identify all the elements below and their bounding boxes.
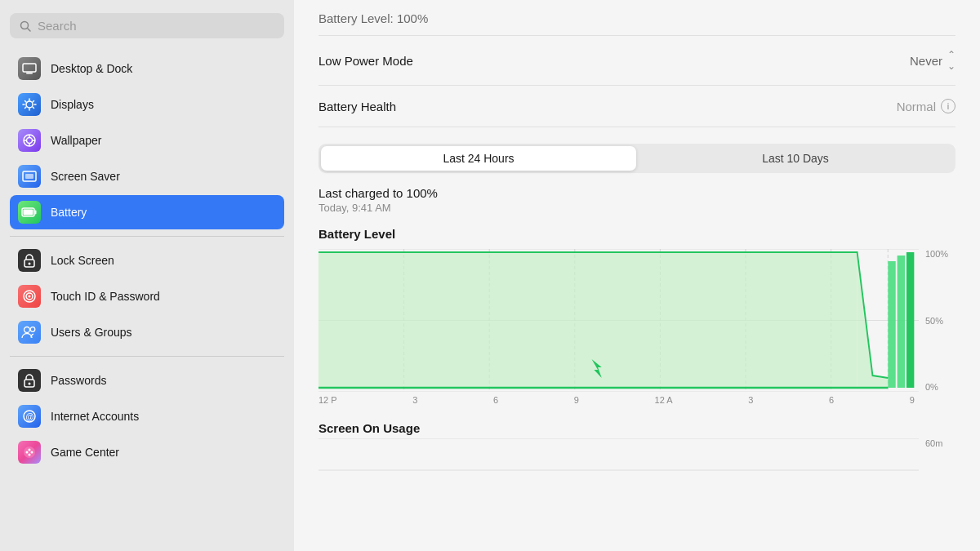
usage-y-label: 60m <box>925 438 942 448</box>
svg-rect-2 <box>23 64 36 72</box>
wallpaper-icon <box>18 129 41 152</box>
svg-point-29 <box>24 327 30 333</box>
last-charged-time: Today, 9:41 AM <box>318 202 956 214</box>
svg-point-25 <box>29 263 31 265</box>
svg-point-38 <box>31 451 33 454</box>
displays-icon <box>18 93 41 116</box>
sidebar-item-wallpaper[interactable]: Wallpaper <box>10 123 284 158</box>
svg-rect-53 <box>888 261 895 388</box>
x-label-3b: 3 <box>748 395 753 405</box>
svg-line-1 <box>28 28 31 31</box>
svg-point-14 <box>27 138 33 144</box>
tab-10d[interactable]: Last 10 Days <box>638 146 953 171</box>
sidebar-item-label-lock-screen: Lock Screen <box>51 254 114 267</box>
svg-point-4 <box>26 101 33 108</box>
y-label-0: 0% <box>925 382 956 392</box>
x-label-12a: 12 A <box>655 395 673 405</box>
x-label-12p: 12 P <box>318 395 337 405</box>
low-power-mode-label: Low Power Mode <box>318 54 413 68</box>
battery-health-value: Normal i <box>897 99 956 113</box>
x-label-6a: 6 <box>493 395 498 405</box>
search-placeholder: Search <box>38 19 77 33</box>
sidebar-item-screen-saver[interactable]: Screen Saver <box>10 159 284 193</box>
tab-24h[interactable]: Last 24 Hours <box>321 146 636 171</box>
touch-id-icon <box>18 285 41 308</box>
screen-saver-icon <box>18 165 41 188</box>
chevron-up-down-icon: ⌃⌄ <box>947 49 956 72</box>
sidebar-item-label-touch-id: Touch ID & Password <box>51 290 160 303</box>
battery-health-info-icon[interactable]: i <box>941 99 956 113</box>
last-charged-label: Last charged to 100% <box>318 186 956 200</box>
svg-point-40 <box>29 454 31 456</box>
sidebar-item-passwords[interactable]: Passwords <box>10 363 284 398</box>
battery-icon <box>18 201 41 224</box>
svg-rect-3 <box>26 73 33 74</box>
svg-text:@: @ <box>26 412 34 421</box>
sidebar: Search Desktop & Dock Displa <box>0 0 294 551</box>
search-icon <box>20 20 31 32</box>
screen-on-usage-section: Screen On Usage 60m <box>318 421 956 471</box>
x-label-9b: 9 <box>910 395 915 405</box>
sidebar-item-desktop-dock[interactable]: Desktop & Dock <box>10 51 284 86</box>
svg-line-10 <box>33 107 34 109</box>
svg-rect-20 <box>25 174 33 179</box>
battery-health-label: Battery Health <box>318 100 396 113</box>
x-label-3a: 3 <box>412 395 417 405</box>
users-groups-icon <box>18 321 41 344</box>
battery-level-chart-section: Battery Level <box>318 227 956 405</box>
time-range-tabs: Last 24 Hours Last 10 Days <box>318 144 956 173</box>
battery-level-header: Battery Level: 100% <box>318 0 956 36</box>
game-center-icon <box>18 441 41 464</box>
search-container[interactable]: Search <box>10 13 284 38</box>
svg-rect-54 <box>898 256 905 388</box>
sidebar-item-label-passwords: Passwords <box>51 374 106 387</box>
sidebar-item-touch-id[interactable]: Touch ID & Password <box>10 279 284 313</box>
svg-line-9 <box>25 101 27 103</box>
screen-on-usage-title: Screen On Usage <box>318 421 956 435</box>
x-axis-labels: 12 P 3 6 9 12 A 3 6 9 <box>318 395 956 405</box>
screen-usage-svg <box>318 438 919 471</box>
svg-line-11 <box>33 101 34 103</box>
sidebar-item-users-groups[interactable]: Users & Groups <box>10 315 284 349</box>
svg-line-12 <box>25 107 27 109</box>
sidebar-item-label-wallpaper: Wallpaper <box>51 134 102 147</box>
svg-point-32 <box>29 383 31 385</box>
internet-accounts-icon: @ <box>18 405 41 428</box>
sidebar-divider-1 <box>10 236 284 237</box>
sidebar-item-label-internet-accounts: Internet Accounts <box>51 410 139 423</box>
y-label-50: 50% <box>925 316 956 326</box>
sidebar-item-internet-accounts[interactable]: @ Internet Accounts <box>10 399 284 433</box>
low-power-mode-value[interactable]: Never ⌃⌄ <box>910 49 956 72</box>
sidebar-item-label-desktop-dock: Desktop & Dock <box>51 62 132 75</box>
svg-point-30 <box>30 327 35 332</box>
sidebar-item-displays[interactable]: Displays <box>10 87 284 122</box>
svg-point-39 <box>29 449 31 451</box>
svg-point-28 <box>29 295 31 298</box>
sidebar-item-label-screen-saver: Screen Saver <box>51 170 120 183</box>
svg-rect-55 <box>906 252 914 388</box>
sidebar-item-lock-screen[interactable]: Lock Screen <box>10 243 284 278</box>
sidebar-item-label-game-center: Game Center <box>51 446 119 459</box>
svg-point-37 <box>26 451 29 454</box>
sidebar-item-game-center[interactable]: Game Center <box>10 435 284 469</box>
low-power-mode-row: Low Power Mode Never ⌃⌄ <box>318 36 956 86</box>
battery-health-row: Battery Health Normal i <box>318 86 956 127</box>
svg-rect-22 <box>24 210 33 216</box>
sidebar-item-battery[interactable]: Battery <box>10 195 284 229</box>
main-content: Battery Level: 100% Low Power Mode Never… <box>294 0 980 551</box>
lock-screen-icon <box>18 249 41 272</box>
svg-marker-51 <box>318 252 858 388</box>
desktop-dock-icon <box>18 57 41 80</box>
y-label-100: 100% <box>925 249 956 259</box>
passwords-icon <box>18 369 41 392</box>
svg-point-35 <box>24 447 35 458</box>
sidebar-item-label-displays: Displays <box>51 98 94 111</box>
battery-level-svg <box>318 249 919 392</box>
x-label-9a: 9 <box>574 395 579 405</box>
sidebar-divider-2 <box>10 356 284 357</box>
battery-level-chart-title: Battery Level <box>318 227 956 241</box>
sidebar-item-label-battery: Battery <box>51 206 87 219</box>
x-label-6b: 6 <box>829 395 834 405</box>
svg-rect-23 <box>35 211 37 215</box>
sidebar-item-label-users-groups: Users & Groups <box>51 326 132 339</box>
